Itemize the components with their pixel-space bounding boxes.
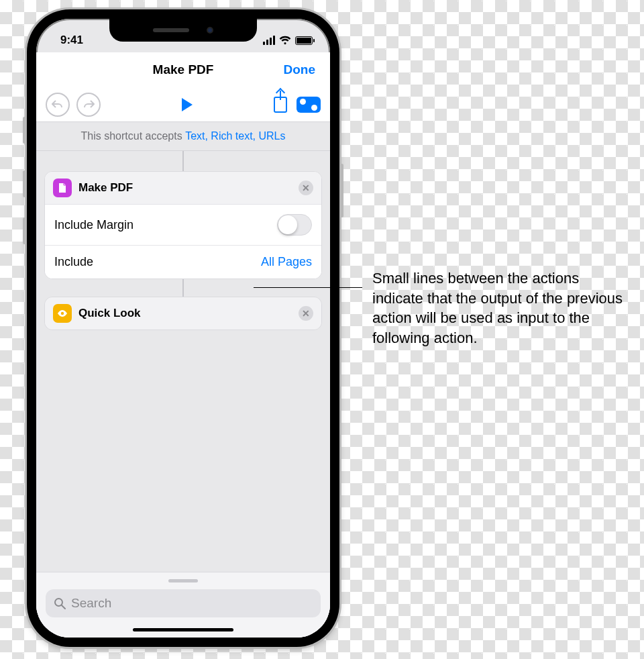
- include-pages-row[interactable]: Include All Pages: [45, 245, 321, 278]
- battery-icon: [295, 36, 313, 45]
- undo-button[interactable]: [46, 93, 70, 117]
- front-camera: [207, 27, 213, 34]
- speaker-grille: [153, 28, 189, 32]
- drag-handle[interactable]: [168, 579, 198, 582]
- phone-device-frame: 9:41 Make PDF Done: [27, 9, 339, 647]
- accepts-input-bar[interactable]: This shortcut accepts Text, Rich text, U…: [36, 122, 330, 151]
- editor-toolbar: [36, 87, 330, 122]
- callout-leader-line: [254, 287, 362, 288]
- include-label: Include: [54, 255, 93, 269]
- wifi-icon: [279, 36, 291, 45]
- share-icon: [274, 97, 287, 113]
- cellular-signal-icon: [263, 36, 275, 45]
- action-quick-look[interactable]: Quick Look ✕: [44, 297, 322, 330]
- action-title: Quick Look: [78, 307, 292, 320]
- clock: 9:41: [60, 34, 83, 47]
- remove-action-button[interactable]: ✕: [299, 306, 313, 321]
- run-button[interactable]: [182, 98, 193, 111]
- notch: [109, 19, 257, 42]
- action-title: Make PDF: [78, 181, 292, 195]
- search-input[interactable]: Search: [46, 589, 321, 617]
- share-button[interactable]: [274, 97, 287, 113]
- connector-line: [182, 279, 184, 297]
- search-icon: [54, 597, 66, 609]
- eye-icon: [53, 304, 72, 323]
- include-value: All Pages: [261, 255, 312, 269]
- include-margin-row: Include Margin: [45, 205, 321, 245]
- connector-line: [182, 151, 184, 171]
- callout-text: Small lines between the actions indicate…: [372, 268, 627, 348]
- search-placeholder: Search: [71, 596, 111, 611]
- pdf-icon: [53, 179, 72, 197]
- accepts-types: Text, Rich text, URLs: [185, 130, 285, 142]
- svg-point-0: [61, 312, 64, 315]
- include-margin-label: Include Margin: [54, 218, 133, 232]
- svg-line-2: [62, 605, 65, 609]
- action-make-pdf[interactable]: Make PDF ✕ Include Margin Include All Pa…: [44, 171, 322, 279]
- settings-button[interactable]: [297, 97, 321, 113]
- nav-bar: Make PDF Done: [36, 52, 330, 87]
- accepts-label: This shortcut accepts: [81, 130, 186, 142]
- done-button[interactable]: Done: [284, 62, 316, 77]
- redo-button[interactable]: [76, 93, 101, 117]
- screen: 9:41 Make PDF Done: [36, 19, 330, 638]
- page-title: Make PDF: [153, 62, 214, 77]
- home-indicator[interactable]: [133, 628, 233, 631]
- include-margin-toggle[interactable]: [277, 214, 312, 236]
- workflow-canvas: Make PDF ✕ Include Margin Include All Pa…: [36, 151, 330, 638]
- remove-action-button[interactable]: ✕: [299, 181, 313, 195]
- status-right: [263, 36, 313, 45]
